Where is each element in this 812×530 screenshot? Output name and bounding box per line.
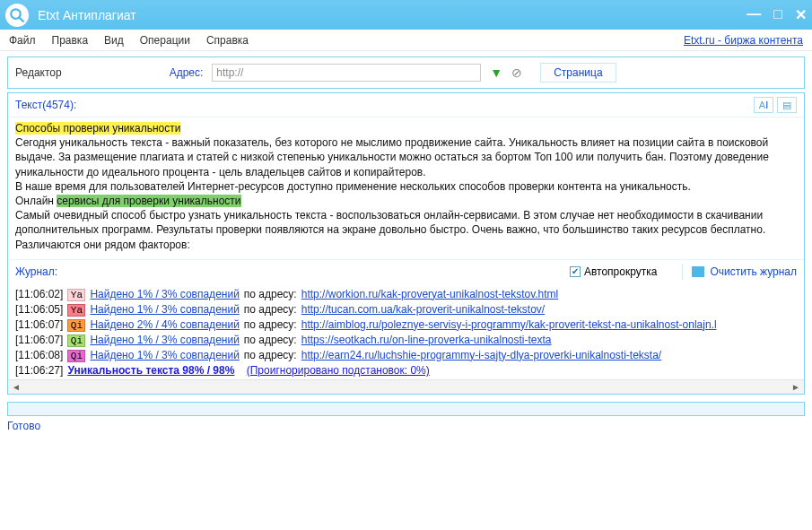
close-icon[interactable]: ✕	[795, 6, 807, 23]
autoscroll-checkbox[interactable]: ✔ Автопрокрутка	[570, 265, 657, 278]
brush-icon	[692, 266, 704, 277]
address-text: по адресу:	[244, 318, 297, 331]
engine-badge: Qi	[67, 335, 85, 347]
log-line: [11:06:07]QiНайдено 1% / 3% совпадений п…	[15, 333, 797, 348]
scroll-right-icon[interactable]: ►	[790, 381, 802, 392]
timestamp: [11:06:08]	[15, 349, 63, 361]
match-link[interactable]: Найдено 1% / 3% совпадений	[90, 349, 239, 361]
log-line: [11:06:07]QiНайдено 2% / 4% совпадений п…	[15, 317, 797, 333]
maximize-icon[interactable]: □	[773, 6, 782, 23]
text-count-label: Текст(4574):	[15, 99, 750, 111]
log-line: [11:06:02]YaНайдено 1% / 3% совпадений п…	[15, 287, 797, 302]
text-panel-header: Текст(4574): AI ▤	[8, 93, 804, 117]
text-p3a: Онлайн	[15, 195, 57, 207]
timestamp: [11:06:27]	[15, 364, 63, 377]
text-p4: Самый очевидный способ быстро узнать уни…	[15, 209, 765, 236]
menu-operations[interactable]: Операции	[140, 34, 190, 47]
journal-header: Журнал: ✔ Автопрокрутка Очистить журнал	[8, 259, 804, 283]
svg-point-0	[11, 9, 21, 19]
layout-tool-icon[interactable]: ▤	[777, 97, 797, 113]
text-p2: В наше время для пользователей Интернет-…	[15, 180, 691, 193]
log-line: [11:06:05]YaНайдено 1% / 3% совпадений п…	[15, 302, 797, 317]
uniqueness-result[interactable]: Уникальность текста 98% / 98%	[67, 364, 234, 377]
address-text: по адресу:	[244, 288, 297, 300]
address-text: по адресу:	[244, 349, 297, 361]
timestamp: [11:06:07]	[15, 334, 63, 346]
editor-label: Редактор	[15, 66, 62, 79]
scroll-left-icon[interactable]: ◄	[10, 381, 22, 392]
timestamp: [11:06:02]	[15, 288, 63, 300]
cancel-icon[interactable]: ⊘	[511, 65, 522, 80]
separator	[682, 264, 683, 280]
svg-line-1	[19, 17, 23, 22]
address-text: по адресу:	[244, 303, 297, 316]
match-link[interactable]: Найдено 1% / 3% совпадений	[90, 334, 239, 346]
journal-label: Журнал:	[15, 265, 570, 278]
autoscroll-label: Автопрокрутка	[584, 265, 657, 278]
app-logo	[5, 4, 29, 27]
menu-view[interactable]: Вид	[104, 34, 124, 47]
match-link[interactable]: Найдено 2% / 4% совпадений	[90, 318, 239, 331]
page-tab[interactable]: Страница	[540, 63, 616, 83]
url-link[interactable]: http://aimblog.ru/poleznye-servisy-i-pro…	[301, 318, 717, 331]
menu-help[interactable]: Справка	[206, 34, 249, 47]
menu-bar: Файл Правка Вид Операции Справка Etxt.ru…	[0, 30, 812, 51]
engine-badge: Qi	[67, 319, 85, 332]
content-panel: Текст(4574): AI ▤ Способы проверки уника…	[7, 92, 805, 395]
highlight-green: сервисы для проверки уникальности	[57, 195, 240, 207]
engine-badge: Ya	[67, 304, 85, 317]
timestamp: [11:06:05]	[15, 303, 63, 316]
menu-edit[interactable]: Правка	[52, 34, 89, 47]
horizontal-scrollbar[interactable]: ◄ ►	[8, 379, 804, 394]
url-link[interactable]: http://tucan.com.ua/kak-proverit-unikaln…	[301, 303, 545, 316]
url-link[interactable]: http://workion.ru/kak-proveryat-unikalno…	[301, 288, 559, 300]
highlight-yellow: Способы проверки уникальности	[15, 122, 180, 135]
url-link[interactable]: http://earn24.ru/luchshie-programmy-i-sa…	[301, 349, 661, 361]
match-link[interactable]: Найдено 1% / 3% совпадений	[90, 288, 239, 300]
journal-log: [11:06:02]YaНайдено 1% / 3% совпадений п…	[8, 283, 804, 379]
progress-bar	[7, 402, 805, 416]
engine-badge: Qi	[67, 350, 85, 362]
address-text: по адресу:	[244, 334, 297, 346]
text-content[interactable]: Способы проверки уникальности Сегодня ун…	[8, 117, 804, 259]
download-icon[interactable]: ▼	[490, 65, 502, 80]
clear-journal-label: Очистить журнал	[710, 265, 797, 278]
ignored-substitutions[interactable]: (Проигнорировано подстановок: 0%)	[247, 364, 430, 377]
window-title: Etxt Антиплагиат	[38, 8, 747, 22]
clear-journal-button[interactable]: Очистить журнал	[692, 265, 797, 278]
url-link[interactable]: https://seotkach.ru/on-line-proverka-uni…	[301, 334, 552, 346]
font-tool-icon[interactable]: AI	[754, 97, 773, 113]
match-link[interactable]: Найдено 1% / 3% совпадений	[90, 303, 239, 316]
final-result-line: [11:06:27] Уникальность текста 98% / 98%…	[15, 363, 797, 378]
text-p5: Различаются они рядом факторов:	[15, 239, 190, 251]
address-label: Адрес:	[170, 66, 204, 79]
log-line: [11:06:08]QiНайдено 1% / 3% совпадений п…	[15, 348, 797, 363]
menu-file[interactable]: Файл	[9, 34, 36, 47]
address-input[interactable]	[212, 64, 481, 82]
engine-badge: Ya	[67, 289, 85, 301]
timestamp: [11:06:07]	[15, 318, 63, 331]
status-bar: Готово	[0, 418, 812, 436]
minimize-icon[interactable]: —	[747, 6, 761, 23]
external-link[interactable]: Etxt.ru - биржа контента	[684, 34, 803, 47]
checkbox-checked-icon: ✔	[570, 266, 581, 277]
title-bar: Etxt Антиплагиат — □ ✕	[0, 0, 812, 30]
text-p1: Сегодня уникальность текста - важный пок…	[15, 136, 769, 178]
toolbar: Редактор Адрес: ▼ ⊘ Страница	[7, 56, 805, 89]
